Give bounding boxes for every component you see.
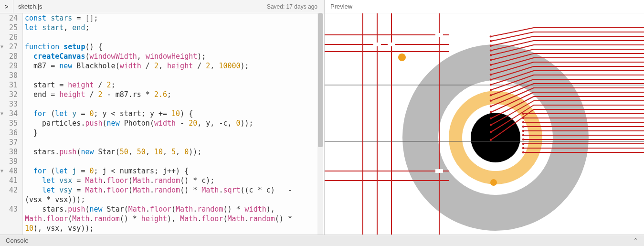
editor-header: > sketch.js Saved: 17 days ago <box>0 0 324 13</box>
preview-header: Preview <box>325 0 644 13</box>
saved-status: Saved: 17 days ago <box>267 3 324 10</box>
svg-point-31 <box>522 134 524 136</box>
svg-point-17 <box>490 89 492 91</box>
filename-label: sketch.js <box>13 3 267 10</box>
svg-point-30 <box>522 130 524 132</box>
preview-pane: Preview <box>325 0 644 235</box>
svg-point-33 <box>522 143 524 145</box>
svg-point-11 <box>490 59 492 61</box>
svg-point-9 <box>490 49 492 51</box>
svg-point-37 <box>490 179 497 186</box>
scrollbar-thumb[interactable] <box>318 13 323 147</box>
svg-point-27 <box>522 117 524 119</box>
line-number-gutter: 24252627▼28293031323334▼353637383940▼414… <box>0 13 23 235</box>
svg-point-10 <box>490 54 492 56</box>
svg-point-12 <box>490 64 492 65</box>
svg-point-18 <box>490 94 492 96</box>
svg-point-28 <box>522 121 524 123</box>
svg-rect-50 <box>435 33 443 37</box>
svg-point-7 <box>490 40 492 42</box>
svg-point-15 <box>490 78 492 80</box>
svg-rect-47 <box>373 43 381 46</box>
svg-rect-48 <box>388 43 395 46</box>
svg-point-35 <box>522 151 524 153</box>
svg-rect-49 <box>435 169 443 173</box>
svg-point-23 <box>490 124 492 126</box>
svg-point-14 <box>490 74 492 75</box>
code-editor[interactable]: 24252627▼28293031323334▼353637383940▼414… <box>0 13 324 235</box>
svg-point-24 <box>490 131 492 133</box>
svg-point-6 <box>490 35 492 37</box>
editor-pane: > sketch.js Saved: 17 days ago 24252627▼… <box>0 0 325 235</box>
preview-label: Preview <box>330 3 352 10</box>
svg-point-21 <box>490 111 492 113</box>
svg-point-29 <box>522 126 524 128</box>
preview-canvas <box>325 13 644 235</box>
svg-point-32 <box>522 139 524 140</box>
svg-point-26 <box>522 113 524 115</box>
svg-point-16 <box>490 84 492 86</box>
svg-point-8 <box>490 45 492 47</box>
svg-point-19 <box>490 100 492 102</box>
editor-scrollbar[interactable] <box>317 13 323 235</box>
console-label: Console <box>6 237 29 244</box>
svg-point-22 <box>490 118 492 119</box>
console-toggle-icon[interactable]: ⌃ <box>633 237 638 244</box>
svg-point-13 <box>490 69 492 71</box>
svg-point-34 <box>522 147 524 149</box>
console-bar[interactable]: Console ⌃ <box>0 235 644 246</box>
code-content[interactable]: const stars = [];let start, end; functio… <box>23 13 324 235</box>
svg-point-3 <box>471 113 520 162</box>
svg-point-25 <box>490 139 492 141</box>
svg-point-36 <box>398 53 406 61</box>
collapse-editor-button[interactable]: > <box>0 0 13 13</box>
simulation-svg <box>325 13 644 235</box>
svg-point-20 <box>490 105 492 107</box>
